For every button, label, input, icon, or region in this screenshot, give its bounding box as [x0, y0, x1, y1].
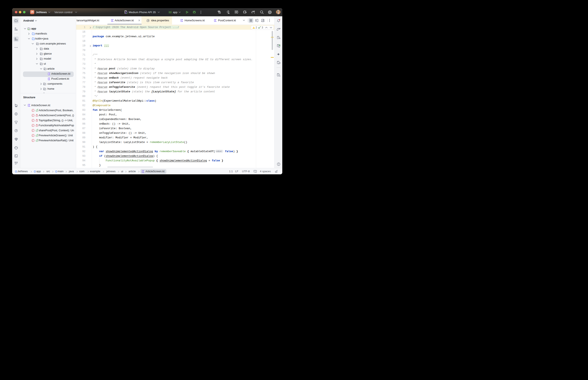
svg-text:f: f — [32, 119, 34, 121]
svg-text:f: f — [32, 109, 34, 111]
svg-text:f: f — [32, 114, 34, 116]
svg-text:f: f — [32, 139, 34, 141]
svg-text:f: f — [32, 134, 34, 136]
svg-text:f: f — [32, 124, 34, 126]
svg-text:f: f — [32, 129, 34, 132]
